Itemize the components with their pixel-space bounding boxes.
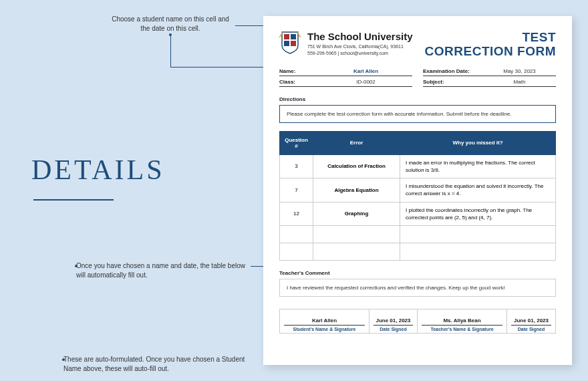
- table-row: 12 Graphing I plotted the coordinates in…: [280, 202, 556, 225]
- cell-error: Graphing: [313, 202, 400, 225]
- student-sig-name: Karl Allen: [284, 312, 365, 324]
- date-signed-1: June 01, 2023: [374, 312, 413, 324]
- details-heading: DETAILS: [31, 154, 165, 186]
- teacher-sig-label: Teacher's Name & Signature: [422, 325, 502, 332]
- cell-error: Calculation of Fraction: [313, 154, 400, 178]
- exam-date-field[interactable]: Examination Date: May 30, 2023: [423, 68, 556, 76]
- callout-top: Choose a student name on this cell and t…: [107, 15, 234, 33]
- school-logo-icon: [279, 31, 301, 55]
- comment-box: I have reviewed the requested correction…: [279, 279, 556, 297]
- table-row: 3 Calculation of Fraction I made an erro…: [280, 154, 556, 178]
- meta-row-1: Name: Karl Allen Examination Date: May 3…: [279, 68, 556, 76]
- table-row-blank: [280, 243, 556, 260]
- corrections-table: Question # Error Why you missed it? 3 Ca…: [279, 131, 556, 261]
- cell-error: Algebra Equation: [313, 178, 400, 202]
- subject-field[interactable]: Subject: Math: [423, 79, 556, 87]
- exam-date-value: May 30, 2023: [483, 68, 556, 74]
- cell-why: I plotted the coordinates incorrectly on…: [400, 202, 556, 225]
- date-signed-1-cell: June 01, 2023 Date Signed: [370, 309, 418, 333]
- school-contact: 559-299-5965 | school@university.com: [307, 50, 418, 57]
- class-field[interactable]: Class: ID-0002: [279, 79, 412, 87]
- date-signed-1-label: Date Signed: [374, 325, 413, 332]
- directions-label: Directions: [279, 96, 556, 102]
- arrow-dot: [75, 265, 78, 267]
- col-why: Why you missed it?: [400, 131, 556, 154]
- class-value: ID-0002: [319, 79, 412, 85]
- details-underline: [33, 199, 114, 201]
- svg-rect-3: [291, 41, 296, 46]
- student-signature-cell: Karl Allen Student's Name & Signature: [280, 309, 370, 333]
- cell-question: 3: [280, 154, 313, 178]
- directions-box: Please complete the test correction form…: [279, 105, 556, 123]
- svg-rect-2: [284, 41, 289, 46]
- callout-mid: Once you have chosen a name and date, th…: [76, 261, 250, 280]
- teacher-signature-cell: Ms. Aliya Bean Teacher's Name & Signatur…: [418, 309, 507, 333]
- cell-why: I misunderstood the equation and solved …: [400, 178, 556, 202]
- subject-value: Math: [483, 79, 556, 85]
- svg-rect-0: [284, 34, 289, 39]
- arrow-dot: [62, 358, 65, 361]
- col-question: Question #: [280, 131, 313, 154]
- cell-question: 7: [280, 178, 313, 202]
- class-label: Class:: [279, 79, 319, 85]
- teacher-sig-name: Ms. Aliya Bean: [422, 312, 502, 324]
- form-title-line1: TEST: [425, 31, 556, 45]
- form-header: The School University 751 W Birch Ave Cl…: [279, 31, 556, 59]
- comment-label: Teacher's Comment: [279, 270, 556, 276]
- name-label: Name:: [279, 68, 319, 74]
- table-header-row: Question # Error Why you missed it?: [280, 131, 556, 154]
- arrow-line: [170, 35, 171, 67]
- cell-question: 12: [280, 202, 313, 225]
- school-address: 751 W Birch Ave Clovis, California(CA), …: [307, 43, 418, 50]
- form-title: TEST CORRECTION FORM: [425, 31, 556, 59]
- table-row: 7 Algebra Equation I misunderstood the e…: [280, 178, 556, 202]
- callout-bottom: These are auto-formulated. Once you have…: [63, 355, 264, 374]
- date-signed-2: June 01, 2023: [511, 312, 551, 324]
- date-signed-2-cell: June 01, 2023 Date Signed: [507, 309, 555, 333]
- exam-date-label: Examination Date:: [423, 68, 483, 74]
- school-name: The School University: [307, 31, 418, 42]
- date-signed-2-label: Date Signed: [511, 325, 551, 332]
- col-error: Error: [313, 131, 400, 154]
- form-title-line2: CORRECTION FORM: [425, 45, 556, 59]
- school-info: The School University 751 W Birch Ave Cl…: [307, 31, 418, 57]
- form-page: The School University 751 W Birch Ave Cl…: [263, 16, 572, 365]
- cell-why: I made an error in multiplying the fract…: [400, 154, 556, 178]
- table-row-blank: [280, 225, 556, 243]
- name-field[interactable]: Name: Karl Allen: [279, 68, 412, 76]
- student-sig-label: Student's Name & Signature: [284, 325, 365, 332]
- signature-row: Karl Allen Student's Name & Signature Ju…: [279, 309, 556, 334]
- name-value: Karl Allen: [319, 68, 412, 74]
- subject-label: Subject:: [423, 79, 483, 85]
- svg-rect-1: [291, 34, 296, 39]
- meta-row-2: Class: ID-0002 Subject: Math: [279, 79, 556, 87]
